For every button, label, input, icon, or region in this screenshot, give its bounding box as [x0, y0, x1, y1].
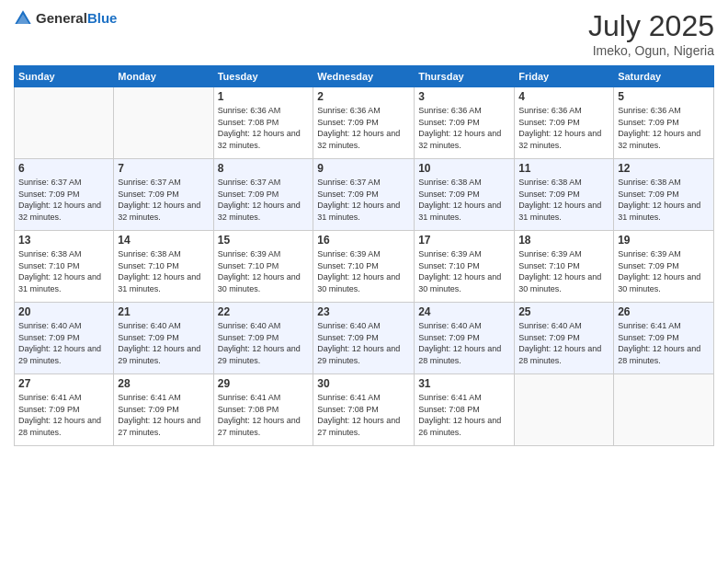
calendar-cell: 25Sunrise: 6:40 AMSunset: 7:09 PMDayligh…	[515, 303, 614, 374]
day-info: Sunrise: 6:41 AMSunset: 7:08 PMDaylight:…	[218, 392, 310, 438]
calendar-cell: 9Sunrise: 6:37 AMSunset: 7:09 PMDaylight…	[313, 159, 415, 231]
day-number: 28	[118, 377, 209, 390]
weekday-header-row: Sunday Monday Tuesday Wednesday Thursday…	[15, 66, 714, 87]
day-number: 6	[18, 162, 109, 175]
day-info: Sunrise: 6:40 AMSunset: 7:09 PMDaylight:…	[218, 320, 310, 366]
day-info: Sunrise: 6:39 AMSunset: 7:10 PMDaylight:…	[317, 248, 410, 294]
day-number: 17	[418, 234, 510, 247]
day-info: Sunrise: 6:39 AMSunset: 7:09 PMDaylight:…	[618, 248, 710, 294]
calendar-cell: 29Sunrise: 6:41 AMSunset: 7:08 PMDayligh…	[213, 374, 313, 446]
day-number: 5	[618, 90, 710, 103]
day-info: Sunrise: 6:41 AMSunset: 7:09 PMDaylight:…	[118, 392, 209, 438]
day-number: 16	[317, 234, 410, 247]
calendar: Sunday Monday Tuesday Wednesday Thursday…	[14, 65, 714, 446]
day-number: 15	[218, 234, 310, 247]
day-number: 21	[118, 305, 209, 318]
header-wednesday: Wednesday	[313, 66, 415, 87]
day-info: Sunrise: 6:40 AMSunset: 7:09 PMDaylight:…	[518, 320, 609, 366]
calendar-cell: 23Sunrise: 6:40 AMSunset: 7:09 PMDayligh…	[313, 303, 415, 374]
week-row-1: 1Sunrise: 6:36 AMSunset: 7:08 PMDaylight…	[15, 87, 714, 159]
calendar-cell: 21Sunrise: 6:40 AMSunset: 7:09 PMDayligh…	[114, 303, 213, 374]
day-number: 31	[418, 377, 510, 390]
calendar-cell: 5Sunrise: 6:36 AMSunset: 7:09 PMDaylight…	[614, 87, 714, 159]
day-info: Sunrise: 6:41 AMSunset: 7:08 PMDaylight:…	[317, 392, 410, 438]
day-info: Sunrise: 6:36 AMSunset: 7:09 PMDaylight:…	[518, 105, 609, 151]
day-info: Sunrise: 6:38 AMSunset: 7:09 PMDaylight:…	[518, 177, 609, 223]
day-number: 19	[618, 234, 710, 247]
day-number: 10	[418, 162, 510, 175]
day-number: 13	[18, 234, 109, 247]
header-saturday: Saturday	[614, 66, 714, 87]
day-number: 23	[317, 305, 410, 318]
location: Imeko, Ogun, Nigeria	[588, 43, 714, 58]
calendar-cell	[114, 87, 213, 159]
week-row-5: 27Sunrise: 6:41 AMSunset: 7:09 PMDayligh…	[15, 374, 714, 446]
day-number: 14	[118, 234, 209, 247]
header-monday: Monday	[114, 66, 213, 87]
day-info: Sunrise: 6:37 AMSunset: 7:09 PMDaylight:…	[18, 177, 109, 223]
logo-text: GeneralBlue	[36, 10, 117, 27]
calendar-cell: 1Sunrise: 6:36 AMSunset: 7:08 PMDaylight…	[213, 87, 313, 159]
calendar-cell: 4Sunrise: 6:36 AMSunset: 7:09 PMDaylight…	[515, 87, 614, 159]
day-number: 12	[618, 162, 710, 175]
day-number: 1	[218, 90, 310, 103]
calendar-cell: 3Sunrise: 6:36 AMSunset: 7:09 PMDaylight…	[415, 87, 515, 159]
calendar-cell: 7Sunrise: 6:37 AMSunset: 7:09 PMDaylight…	[114, 159, 213, 231]
header-thursday: Thursday	[415, 66, 515, 87]
day-info: Sunrise: 6:40 AMSunset: 7:09 PMDaylight:…	[118, 320, 209, 366]
calendar-cell: 8Sunrise: 6:37 AMSunset: 7:09 PMDaylight…	[213, 159, 313, 231]
page: GeneralBlue July 2025 Imeko, Ogun, Niger…	[0, 0, 728, 563]
day-info: Sunrise: 6:39 AMSunset: 7:10 PMDaylight:…	[518, 248, 609, 294]
header-tuesday: Tuesday	[213, 66, 313, 87]
day-number: 4	[518, 90, 609, 103]
day-info: Sunrise: 6:38 AMSunset: 7:10 PMDaylight:…	[118, 248, 209, 294]
day-info: Sunrise: 6:40 AMSunset: 7:09 PMDaylight:…	[418, 320, 510, 366]
day-info: Sunrise: 6:37 AMSunset: 7:09 PMDaylight:…	[118, 177, 209, 223]
day-number: 26	[618, 305, 710, 318]
week-row-4: 20Sunrise: 6:40 AMSunset: 7:09 PMDayligh…	[15, 303, 714, 374]
day-number: 11	[518, 162, 609, 175]
logo-general: General	[36, 10, 87, 26]
day-number: 24	[418, 305, 510, 318]
day-info: Sunrise: 6:40 AMSunset: 7:09 PMDaylight:…	[317, 320, 410, 366]
calendar-cell: 6Sunrise: 6:37 AMSunset: 7:09 PMDaylight…	[15, 159, 114, 231]
calendar-cell	[614, 374, 714, 446]
calendar-cell: 18Sunrise: 6:39 AMSunset: 7:10 PMDayligh…	[515, 231, 614, 303]
day-number: 3	[418, 90, 510, 103]
calendar-cell: 2Sunrise: 6:36 AMSunset: 7:09 PMDaylight…	[313, 87, 415, 159]
calendar-cell: 11Sunrise: 6:38 AMSunset: 7:09 PMDayligh…	[515, 159, 614, 231]
day-number: 2	[317, 90, 410, 103]
header-sunday: Sunday	[15, 66, 114, 87]
header-friday: Friday	[515, 66, 614, 87]
calendar-cell: 31Sunrise: 6:41 AMSunset: 7:08 PMDayligh…	[415, 374, 515, 446]
calendar-cell: 22Sunrise: 6:40 AMSunset: 7:09 PMDayligh…	[213, 303, 313, 374]
calendar-cell: 15Sunrise: 6:39 AMSunset: 7:10 PMDayligh…	[213, 231, 313, 303]
calendar-cell: 16Sunrise: 6:39 AMSunset: 7:10 PMDayligh…	[313, 231, 415, 303]
calendar-cell: 24Sunrise: 6:40 AMSunset: 7:09 PMDayligh…	[415, 303, 515, 374]
header: GeneralBlue July 2025 Imeko, Ogun, Niger…	[14, 9, 714, 58]
day-number: 25	[518, 305, 609, 318]
day-info: Sunrise: 6:38 AMSunset: 7:10 PMDaylight:…	[18, 248, 109, 294]
calendar-cell: 13Sunrise: 6:38 AMSunset: 7:10 PMDayligh…	[15, 231, 114, 303]
day-info: Sunrise: 6:39 AMSunset: 7:10 PMDaylight:…	[218, 248, 310, 294]
day-number: 9	[317, 162, 410, 175]
calendar-cell: 26Sunrise: 6:41 AMSunset: 7:09 PMDayligh…	[614, 303, 714, 374]
day-number: 18	[518, 234, 609, 247]
logo: GeneralBlue	[14, 9, 117, 28]
month-year: July 2025	[588, 9, 714, 43]
week-row-3: 13Sunrise: 6:38 AMSunset: 7:10 PMDayligh…	[15, 231, 714, 303]
day-info: Sunrise: 6:41 AMSunset: 7:09 PMDaylight:…	[18, 392, 109, 438]
logo-icon	[14, 9, 32, 28]
calendar-cell: 19Sunrise: 6:39 AMSunset: 7:09 PMDayligh…	[614, 231, 714, 303]
calendar-cell: 12Sunrise: 6:38 AMSunset: 7:09 PMDayligh…	[614, 159, 714, 231]
week-row-2: 6Sunrise: 6:37 AMSunset: 7:09 PMDaylight…	[15, 159, 714, 231]
day-info: Sunrise: 6:38 AMSunset: 7:09 PMDaylight:…	[418, 177, 510, 223]
day-info: Sunrise: 6:38 AMSunset: 7:09 PMDaylight:…	[618, 177, 710, 223]
logo-blue: Blue	[87, 10, 118, 26]
day-number: 22	[218, 305, 310, 318]
day-number: 27	[18, 377, 109, 390]
day-number: 29	[218, 377, 310, 390]
day-info: Sunrise: 6:37 AMSunset: 7:09 PMDaylight:…	[317, 177, 410, 223]
day-info: Sunrise: 6:41 AMSunset: 7:08 PMDaylight:…	[418, 392, 510, 438]
calendar-cell: 17Sunrise: 6:39 AMSunset: 7:10 PMDayligh…	[415, 231, 515, 303]
